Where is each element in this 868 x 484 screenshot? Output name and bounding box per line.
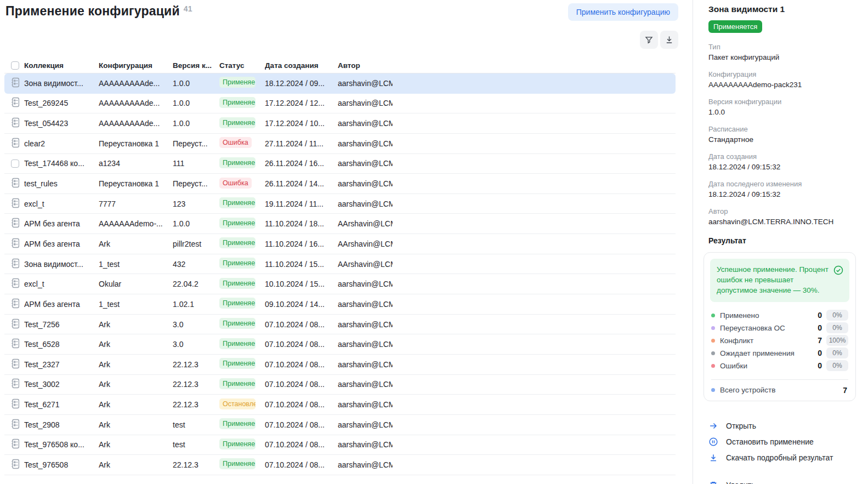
table-row[interactable]: Test_2327 Ark 22.12.3 Применяе 07.10.202… xyxy=(4,355,676,375)
success-message-box: Успешное применение. Процент ошибок не п… xyxy=(710,259,849,302)
table-row[interactable]: АРМ без агента AAAAAAAdemo-... 1.0.0 При… xyxy=(4,214,676,234)
status-badge: Применяе xyxy=(219,358,256,369)
table-row[interactable]: test_rules Переустановка 1 Переуст... Ош… xyxy=(4,174,676,194)
table-row[interactable]: Test_3002 Ark 22.12.3 Применяе 07.10.202… xyxy=(4,375,676,395)
collection-icon xyxy=(11,298,20,309)
author-cell: AArshavin@LCM... xyxy=(338,240,393,248)
row-leading-cell[interactable] xyxy=(11,77,24,89)
table-row[interactable]: Test_054423 AAAAAAAAAde... 1.0.0 Применя… xyxy=(4,113,676,134)
table-row[interactable]: АРМ без агента Ark pillr2test Применяе 1… xyxy=(4,234,676,254)
collection-cell: Test_269245 xyxy=(24,99,99,107)
created-date-cell: 11.10.2024 / 16... xyxy=(265,240,338,248)
stat-percent-chip: 0% xyxy=(826,360,848,371)
created-date-cell: 07.10.2024 / 08... xyxy=(265,420,338,429)
download-result-action-label: Скачать подробный результат xyxy=(726,453,833,462)
collection-cell: Test_054423 xyxy=(24,119,99,128)
row-leading-cell[interactable] xyxy=(11,298,24,310)
column-header-version[interactable]: Версия к... xyxy=(173,61,219,70)
collection-icon xyxy=(11,77,20,88)
result-stat-row: Конфликт7100% xyxy=(711,334,848,347)
collection-icon xyxy=(11,278,20,288)
row-leading-cell[interactable] xyxy=(11,338,24,350)
collection-icon xyxy=(11,258,20,269)
filter-button[interactable] xyxy=(640,31,658,49)
author-cell: aarshavin@LCM.... xyxy=(338,320,393,329)
author-cell: AArshavin@LCM... xyxy=(338,219,393,228)
column-header-author[interactable]: Автор xyxy=(338,61,393,70)
row-leading-cell[interactable] xyxy=(11,459,24,471)
row-leading-cell[interactable] xyxy=(11,160,24,168)
result-stats: Применено00%Переустановка ОС00%Конфликт7… xyxy=(710,309,849,372)
table-row[interactable]: Test_269245 AAAAAAAAAde... 1.0.0 Применя… xyxy=(4,94,676,114)
row-leading-cell[interactable] xyxy=(11,238,24,250)
table-row[interactable]: Зона видимост... 1_test 432 Применяе 11.… xyxy=(4,254,676,275)
stat-percent-chip: 100% xyxy=(826,335,848,346)
field-label: Версия конфигурации xyxy=(708,97,855,106)
download-result-action[interactable]: Скачать подробный результат xyxy=(708,450,855,466)
collection-cell: Test_6528 xyxy=(24,340,99,349)
table-row[interactable]: Test_6528 Ark 3.0 Применяе 07.10.2024 / … xyxy=(4,334,676,355)
row-leading-cell[interactable] xyxy=(11,278,24,290)
export-button[interactable] xyxy=(660,31,678,49)
status-badge: Применяе xyxy=(219,157,256,168)
configuration-cell: Ark xyxy=(99,460,173,469)
table-row[interactable]: Test_7256 Ark 3.0 Применяе 07.10.2024 / … xyxy=(4,315,676,335)
row-leading-cell[interactable] xyxy=(11,258,24,270)
collection-icon xyxy=(11,218,20,228)
delete-action[interactable]: Удалить xyxy=(708,477,855,484)
created-date-cell: 07.10.2024 / 08... xyxy=(265,440,338,449)
created-date-cell: 07.10.2024 / 08... xyxy=(265,460,338,469)
row-leading-cell[interactable] xyxy=(11,358,24,371)
apply-configuration-button[interactable]: Применить конфигурацию xyxy=(568,3,678,21)
row-leading-cell[interactable] xyxy=(11,378,24,390)
configuration-cell: Переустановка 1 xyxy=(99,179,173,188)
table-row[interactable]: Test_174468 ко... a1234 111 Применяе 26.… xyxy=(4,154,676,174)
configuration-cell: AAAAAAAAAde... xyxy=(99,99,173,107)
row-leading-cell[interactable] xyxy=(11,198,24,210)
row-leading-cell[interactable] xyxy=(11,419,24,431)
collection-icon xyxy=(11,439,20,449)
version-cell: 3.0 xyxy=(173,320,219,329)
panel-field: ТипПакет конфигураций xyxy=(708,42,855,62)
collection-icon xyxy=(11,419,20,429)
row-leading-cell[interactable] xyxy=(11,218,24,230)
select-all-checkbox[interactable] xyxy=(11,61,19,70)
row-leading-cell[interactable] xyxy=(11,318,24,331)
row-leading-cell[interactable] xyxy=(11,398,24,411)
table-row[interactable]: excl_t Okular 22.04.2 Применяе 10.10.202… xyxy=(4,274,676,294)
result-stat-row: Ожидает применения00% xyxy=(711,347,848,360)
field-value: 18.12.2024 / 09:15:32 xyxy=(708,190,855,200)
panel-fields: ТипПакет конфигурацийКонфигурацияAAAAAAA… xyxy=(708,42,855,227)
stop-apply-action[interactable]: Остановить применение xyxy=(708,434,855,450)
column-header-status[interactable]: Статус xyxy=(219,61,265,70)
column-header-created[interactable]: Дата создания xyxy=(265,61,338,70)
row-leading-cell[interactable] xyxy=(11,178,24,190)
table-row[interactable]: Зона видимост... AAAAAAAAAde... 1.0.0 Пр… xyxy=(4,73,676,94)
table-row[interactable]: excl_t 7777 123 Применяе 19.11.2024 / 11… xyxy=(4,194,676,214)
panel-field: Дата последнего изменения18.12.2024 / 09… xyxy=(708,179,855,200)
row-leading-cell[interactable] xyxy=(11,97,24,109)
stat-label: Применено xyxy=(720,311,818,320)
created-date-cell: 09.10.2024 / 14... xyxy=(265,300,338,309)
table-row[interactable]: Test_6271 Ark 22.12.3 Остановле 07.10.20… xyxy=(4,395,676,415)
row-leading-cell[interactable] xyxy=(11,138,24,150)
version-cell: 1.02.1 xyxy=(173,300,219,309)
row-leading-cell[interactable] xyxy=(11,439,24,451)
table-row[interactable]: Test_976508 Ark 22.12.3 Применяе 07.10.2… xyxy=(4,455,676,475)
table-toolbar xyxy=(640,31,678,49)
stat-value: 0 xyxy=(818,323,822,332)
row-leading-cell[interactable] xyxy=(11,117,24,129)
table-row[interactable]: АРМ без агента 1_test 1.02.1 Применяе 09… xyxy=(4,294,676,315)
table-row[interactable]: clear2 Переустановка 1 Переуст... Ошибка… xyxy=(4,134,676,154)
table-row[interactable]: Test_2908 Ark test Применяе 07.10.2024 /… xyxy=(4,415,676,435)
column-header-configuration[interactable]: Конфигурация xyxy=(99,61,173,70)
collection-cell: excl_t xyxy=(24,280,99,288)
panel-field: Версия конфигурации1.0.0 xyxy=(708,97,855,117)
configuration-cell: Ark xyxy=(99,420,173,429)
column-header-collection[interactable]: Коллекция xyxy=(24,61,99,70)
open-action[interactable]: Открыть xyxy=(708,418,855,434)
row-checkbox[interactable] xyxy=(11,160,19,168)
collection-cell: test_rules xyxy=(24,179,99,188)
table-row[interactable]: Test_976508 ко... Ark test Применяе 07.1… xyxy=(4,435,676,455)
collection-cell: АРМ без агента xyxy=(24,300,99,309)
